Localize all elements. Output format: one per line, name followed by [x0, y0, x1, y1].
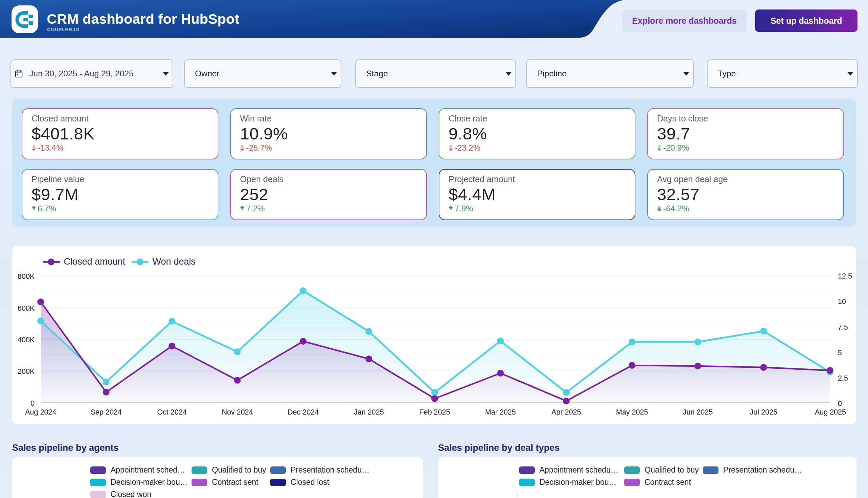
- svg-text:Apr 2025: Apr 2025: [551, 408, 581, 416]
- svg-text:7.5: 7.5: [838, 323, 848, 331]
- svg-text:Nov 2024: Nov 2024: [222, 408, 253, 416]
- svg-text:Mar 2025: Mar 2025: [485, 408, 516, 416]
- svg-text:Aug 2025: Aug 2025: [815, 408, 846, 416]
- svg-text:200K: 200K: [18, 367, 35, 376]
- svg-text:0: 0: [30, 399, 35, 407]
- svg-text:Jul 2025: Jul 2025: [750, 408, 777, 416]
- svg-text:Jun 2025: Jun 2025: [683, 408, 713, 416]
- svg-text:600K: 600K: [18, 304, 35, 312]
- svg-text:Feb 2025: Feb 2025: [419, 408, 450, 416]
- svg-text:2.5: 2.5: [838, 374, 848, 382]
- svg-text:Jan 2025: Jan 2025: [354, 408, 384, 416]
- svg-text:0: 0: [838, 399, 842, 408]
- svg-text:5: 5: [838, 349, 842, 357]
- svg-text:12.5: 12.5: [838, 272, 852, 280]
- svg-text:Oct 2024: Oct 2024: [157, 408, 186, 416]
- svg-text:Dec 2024: Dec 2024: [288, 408, 319, 416]
- svg-text:May 2025: May 2025: [616, 408, 648, 416]
- svg-text:800K: 800K: [18, 272, 35, 280]
- svg-text:10: 10: [838, 298, 846, 306]
- svg-text:400K: 400K: [18, 336, 35, 344]
- svg-text:Aug 2024: Aug 2024: [25, 408, 56, 416]
- svg-text:Sep 2024: Sep 2024: [91, 408, 122, 416]
